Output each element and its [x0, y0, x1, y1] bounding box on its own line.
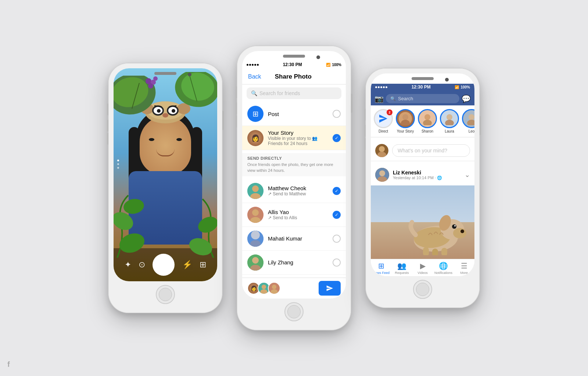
send-button[interactable] [319, 281, 341, 296]
fb-search-placeholder: Search [398, 96, 413, 101]
allis-sub: ↗ Send to Allis [268, 215, 328, 220]
mahati-radio[interactable] [333, 235, 341, 243]
home-button-2[interactable] [284, 302, 304, 321]
home-button-3[interactable] [413, 280, 432, 299]
nav-more[interactable]: ☰ More [454, 261, 474, 275]
post-name: Post [268, 111, 328, 117]
matthew-info: Matthew Cheok ↗ Send to Matthew [268, 185, 328, 196]
nav-newsfeed[interactable]: ⊞ News Feed [371, 261, 391, 275]
post-item[interactable]: ⊞ Post 👩 Your Story [242, 102, 346, 150]
requests-icon: 👥 [397, 261, 406, 270]
search-bar[interactable]: 🔍 Search for friends [247, 87, 341, 99]
post-user-avatar [375, 168, 389, 182]
notifications-icon: 🌐 [439, 261, 448, 270]
post-radio[interactable] [333, 110, 341, 118]
contact-mahati[interactable]: Mahati Kumar [242, 227, 346, 251]
svg-point-44 [262, 285, 266, 289]
home-button-1[interactable] [156, 285, 175, 304]
svg-point-5 [148, 83, 153, 88]
svg-point-48 [270, 289, 277, 294]
phone-3-camera [445, 78, 449, 82]
story-check[interactable]: ✓ [333, 134, 341, 142]
more-label: More [460, 271, 468, 275]
phone-1: ▷ [108, 63, 222, 313]
status-compose[interactable]: What's on your mind? [371, 140, 474, 161]
fb-header: 📷 🔍 Search 💬 [371, 92, 474, 105]
post-icon: ⊞ [247, 106, 263, 122]
contact-allis[interactable]: Allis Yao ↗ Send to Allis ✓ [242, 203, 346, 227]
svg-point-74 [460, 229, 464, 233]
direct-icon-container: 2 [374, 109, 393, 128]
matthew-sub: ↗ Send to Matthew [268, 191, 328, 196]
lily-radio[interactable] [333, 258, 341, 267]
svg-point-25 [122, 197, 145, 215]
matthew-check[interactable]: ✓ [333, 187, 341, 195]
back-btn[interactable]: Back [248, 73, 261, 80]
post-user-meta: Yesterday at 10:14 PM · 🌐 [393, 176, 442, 180]
story-avatar-2: 👩 [247, 130, 263, 146]
story-yours-label: Your Story [397, 129, 414, 133]
svg-point-23 [117, 230, 147, 256]
svg-rect-80 [441, 248, 447, 255]
svg-point-45 [260, 289, 267, 294]
svg-point-73 [453, 228, 466, 238]
svg-point-50 [402, 114, 408, 120]
phones-container: ▷ [94, 31, 494, 345]
mahati-info: Mahati Kumar [268, 235, 328, 242]
matthew-avatar [247, 183, 263, 199]
leo-avatar [462, 109, 474, 128]
svg-point-47 [272, 285, 276, 289]
story-sharon[interactable]: Sharon [418, 109, 437, 133]
more-icon: ☰ [461, 261, 467, 270]
leaf-top-right [171, 72, 217, 116]
nav-notifications[interactable]: 🌐 Notifications [433, 261, 453, 275]
allis-avatar [247, 207, 263, 223]
story-laura[interactable]: Laura [440, 109, 459, 133]
svg-point-35 [251, 231, 260, 239]
camera-progress [117, 160, 119, 169]
mahati-avatar [247, 231, 263, 247]
allis-info: Allis Yao ↗ Send to Allis [268, 209, 328, 220]
fb-camera-btn[interactable]: 📷 [374, 94, 384, 103]
story-direct[interactable]: 2 Direct [374, 109, 393, 133]
stories-row: 2 Direct Your Story [371, 105, 474, 137]
nav-requests[interactable]: 👥 Requests [391, 261, 412, 275]
effects-btn[interactable]: ✦ [125, 260, 131, 270]
share-header: Back Share Photo [242, 69, 346, 84]
post-expand-btn[interactable]: ⌄ [465, 171, 470, 179]
your-story-item[interactable]: 👩 Your Story Visible in your story to 👥 … [242, 126, 346, 150]
nav-videos[interactable]: ▶ Videos [412, 261, 433, 275]
status-placeholder-text: What's on your mind? [392, 144, 470, 157]
allis-check[interactable]: ✓ [333, 211, 341, 219]
your-story-avatar [396, 109, 415, 128]
story-yours[interactable]: Your Story [396, 109, 415, 133]
svg-point-59 [469, 114, 474, 120]
lily-info: Lily Zhang [268, 259, 328, 265]
send-directly-sub: Once friends open the photo, they get on… [242, 162, 346, 176]
flash-btn[interactable]: ⚡ [182, 260, 192, 270]
flip-btn[interactable]: ⊙ [139, 260, 145, 270]
share-screen: 12:30 PM 📶 100% Back Share Photo 🔍 Searc… [242, 61, 346, 299]
phone-2: 12:30 PM 📶 100% Back Share Photo 🔍 Searc… [237, 46, 351, 330]
newsfeed-screen: 12:30 PM 📶 100% 📷 🔍 Search 💬 [371, 84, 474, 276]
newsfeed-icon: ⊞ [378, 261, 384, 270]
allis-name: Allis Yao [268, 209, 328, 215]
post-image [371, 185, 474, 259]
svg-rect-79 [432, 249, 438, 255]
story-leo[interactable]: Leo [462, 109, 474, 133]
post-header: Liz Keneski Yesterday at 10:14 PM · 🌐 ⌄ [371, 164, 474, 185]
phone-2-camera [316, 55, 320, 59]
laura-avatar [440, 109, 459, 128]
post-card: Liz Keneski Yesterday at 10:14 PM · 🌐 ⌄ [371, 164, 474, 259]
svg-point-3 [146, 78, 151, 84]
fb-messenger-btn[interactable]: 💬 [462, 94, 471, 103]
fb-search[interactable]: 🔍 Search [386, 94, 459, 103]
svg-point-76 [454, 225, 456, 227]
newsfeed-label: News Feed [373, 271, 390, 275]
contact-matthew[interactable]: Matthew Cheok ↗ Send to Matthew ✓ [242, 179, 346, 203]
gallery-btn[interactable]: ⊞ [200, 260, 206, 270]
contact-lily[interactable]: Lily Zhang [242, 251, 346, 275]
phone-3-speaker [412, 77, 434, 80]
send-directly-header: SEND DIRECTLY [242, 153, 346, 162]
signal-dots [247, 64, 259, 66]
